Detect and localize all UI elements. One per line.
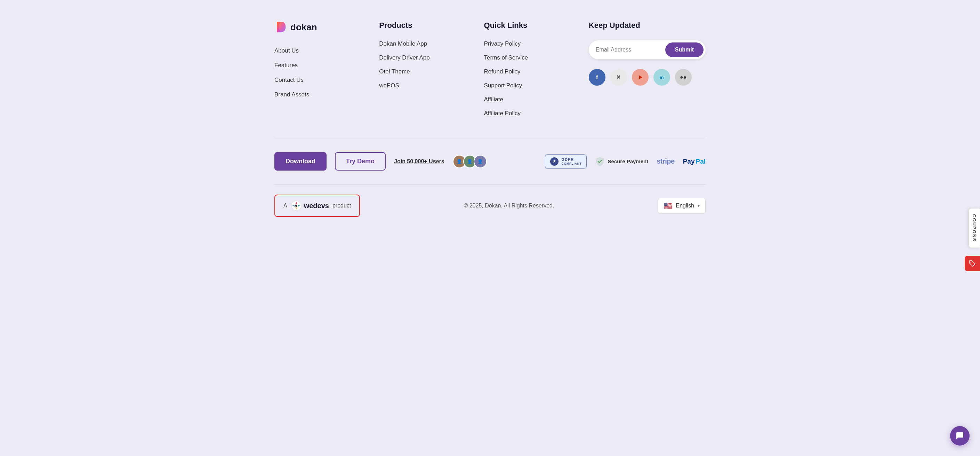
quicklinks-column: Quick Links Privacy Policy Terms of Serv… — [484, 21, 575, 117]
payment-badges: ★ GDPR COMPLIANT Secure Payment stripe P… — [545, 154, 706, 169]
linkedin-icon[interactable]: in — [654, 69, 670, 86]
link-wepos[interactable]: wePOS — [379, 82, 470, 89]
language-label: English — [676, 202, 694, 209]
paypal-pay-text: Pay — [683, 158, 695, 165]
wedevs-box: A wedevs product — [274, 195, 360, 217]
coupons-icon-button[interactable] — [965, 256, 980, 271]
language-selector[interactable]: 🇺🇸 English ▾ — [658, 198, 706, 214]
user-avatars: 👤 👤 👤 — [453, 155, 487, 168]
secure-payment-badge: Secure Payment — [595, 157, 648, 166]
logo[interactable]: dokan — [274, 21, 365, 33]
link-privacy[interactable]: Privacy Policy — [484, 40, 575, 47]
newsletter-header: Keep Updated — [589, 21, 706, 30]
nav-about-us[interactable]: About Us — [274, 47, 365, 54]
logo-text: dokan — [290, 22, 317, 33]
paypal-pal-text: Pal — [695, 158, 706, 165]
link-refund[interactable]: Refund Policy — [484, 68, 575, 75]
copyright-text: © 2025, Dokan. All Rights Reserved. — [464, 202, 554, 209]
social-icons: f ✕ in ●● — [589, 69, 706, 86]
medium-icon[interactable]: ●● — [675, 69, 692, 86]
email-input[interactable] — [596, 47, 665, 53]
paypal-badge: PayPal — [683, 158, 706, 165]
secure-payment-text: Secure Payment — [608, 158, 648, 164]
wedevs-wheel-icon — [291, 200, 302, 211]
gdpr-badge: ★ GDPR COMPLIANT — [545, 154, 587, 169]
gdpr-text: GDPR COMPLIANT — [561, 157, 581, 166]
products-links: Dokan Mobile App Delivery Driver App Ote… — [379, 40, 470, 89]
brand-column: dokan About Us Features Contact Us Brand… — [274, 21, 365, 117]
gdpr-icon: ★ — [550, 157, 558, 166]
svg-point-3 — [295, 205, 298, 207]
brand-nav: About Us Features Contact Us Brand Asset… — [274, 47, 365, 98]
coupons-label: COUPONS — [972, 214, 977, 242]
youtube-icon[interactable] — [632, 69, 649, 86]
x-twitter-icon[interactable]: ✕ — [610, 69, 627, 86]
link-affiliate-policy[interactable]: Affiliate Policy — [484, 110, 575, 117]
coupons-tab[interactable]: COUPONS — [969, 208, 980, 248]
wedevs-prefix: A — [283, 202, 287, 209]
submit-button[interactable]: Submit — [665, 43, 703, 57]
email-form: Submit — [589, 40, 706, 59]
footer-bottom: A wedevs product © 2025, Dokan. All Righ… — [274, 185, 706, 226]
avatar-3: 👤 — [474, 155, 487, 168]
quicklinks-header: Quick Links — [484, 21, 575, 30]
wedevs-logo[interactable]: wedevs — [291, 200, 329, 211]
download-button[interactable]: Download — [274, 152, 326, 171]
products-header: Products — [379, 21, 470, 30]
chat-icon — [955, 431, 964, 440]
link-otel-theme[interactable]: Otel Theme — [379, 68, 470, 75]
link-dokan-mobile[interactable]: Dokan Mobile App — [379, 40, 470, 47]
products-column: Products Dokan Mobile App Delivery Drive… — [379, 21, 470, 117]
newsletter-column: Keep Updated Submit f ✕ in ●● — [589, 21, 706, 117]
footer-actions: Download Try Demo Join 50,000+ Users 👤 👤… — [274, 138, 706, 185]
facebook-icon[interactable]: f — [589, 69, 605, 86]
chevron-down-icon: ▾ — [698, 203, 700, 208]
nav-features[interactable]: Features — [274, 62, 365, 69]
shield-icon — [595, 157, 605, 166]
join-users-text[interactable]: Join 50,000+ Users — [394, 158, 444, 165]
try-demo-button[interactable]: Try Demo — [335, 152, 386, 171]
wedevs-suffix: product — [332, 202, 351, 209]
link-terms[interactable]: Terms of Service — [484, 54, 575, 61]
nav-brand-assets[interactable]: Brand Assets — [274, 91, 365, 98]
svg-point-4 — [970, 262, 972, 263]
chat-button[interactable] — [950, 426, 970, 446]
tag-icon — [969, 260, 976, 267]
link-delivery-driver[interactable]: Delivery Driver App — [379, 54, 470, 61]
flag-icon: 🇺🇸 — [664, 201, 673, 210]
link-support[interactable]: Support Policy — [484, 82, 575, 89]
link-affiliate[interactable]: Affiliate — [484, 96, 575, 103]
nav-contact-us[interactable]: Contact Us — [274, 77, 365, 83]
quicklinks-links: Privacy Policy Terms of Service Refund P… — [484, 40, 575, 117]
stripe-badge: stripe — [657, 157, 674, 165]
wedevs-name: wedevs — [304, 202, 329, 210]
